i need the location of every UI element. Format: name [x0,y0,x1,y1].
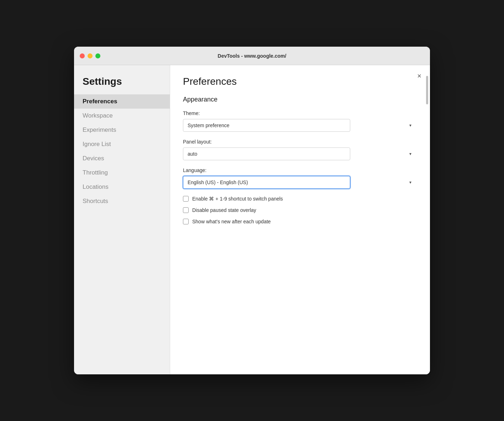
sidebar-item-devices[interactable]: Devices [74,151,170,166]
devtools-window: DevTools - www.google.com/ Settings Pref… [74,47,430,374]
scrollbar-track[interactable] [426,69,429,371]
panel-layout-select-wrapper: auto horizontal vertical ▾ [183,147,416,160]
sidebar-item-shortcuts[interactable]: Shortcuts [74,194,170,208]
disable-paused-checkbox[interactable] [183,207,189,213]
scrollbar-thumb[interactable] [426,76,428,104]
show-new-label: Show what's new after each update [192,219,271,224]
disable-paused-label: Disable paused state overlay [192,207,256,213]
appearance-section-title: Appearance [183,96,416,103]
shortcut-switch-item[interactable]: Enable ⌘ + 1-9 shortcut to switch panels [183,196,416,202]
titlebar: DevTools - www.google.com/ [74,47,430,65]
theme-label: Theme: [183,110,416,116]
language-select[interactable]: English (US) - English (US) Deutsch Espa… [183,176,350,189]
checkbox-group: Enable ⌘ + 1-9 shortcut to switch panels… [183,196,416,224]
theme-select[interactable]: System preference Light Dark [183,119,350,132]
sidebar-item-experiments[interactable]: Experiments [74,123,170,137]
sidebar-item-throttling[interactable]: Throttling [74,166,170,180]
language-select-wrapper: English (US) - English (US) Deutsch Espa… [183,176,416,189]
panel-layout-label: Panel layout: [183,139,416,145]
sidebar: Settings Preferences Workspace Experimen… [74,65,170,374]
maximize-traffic-light[interactable] [95,53,100,58]
panel-layout-chevron-icon: ▾ [409,151,411,156]
page-title: Preferences [183,76,416,87]
window-title: DevTools - www.google.com/ [218,53,287,59]
main-content: × Preferences Appearance Theme: System p… [170,65,430,374]
sidebar-item-preferences[interactable]: Preferences [74,94,170,109]
sidebar-item-locations[interactable]: Locations [74,180,170,194]
sidebar-item-ignore-list[interactable]: Ignore List [74,137,170,151]
disable-paused-item[interactable]: Disable paused state overlay [183,207,416,213]
show-new-item[interactable]: Show what's new after each update [183,219,416,224]
shortcut-switch-label: Enable ⌘ + 1-9 shortcut to switch panels [192,196,283,202]
sidebar-item-workspace[interactable]: Workspace [74,109,170,123]
close-button[interactable]: × [417,72,421,79]
minimize-traffic-light[interactable] [88,53,93,58]
language-label: Language: [183,167,416,173]
traffic-lights [80,53,100,58]
shortcut-switch-checkbox[interactable] [183,196,189,202]
language-chevron-icon: ▾ [409,180,411,185]
window-body: Settings Preferences Workspace Experimen… [74,65,430,374]
close-traffic-light[interactable] [80,53,85,58]
panel-layout-select[interactable]: auto horizontal vertical [183,147,350,160]
theme-chevron-icon: ▾ [409,123,411,128]
sidebar-heading: Settings [74,76,170,94]
theme-select-wrapper: System preference Light Dark ▾ [183,119,416,132]
show-new-checkbox[interactable] [183,219,189,224]
